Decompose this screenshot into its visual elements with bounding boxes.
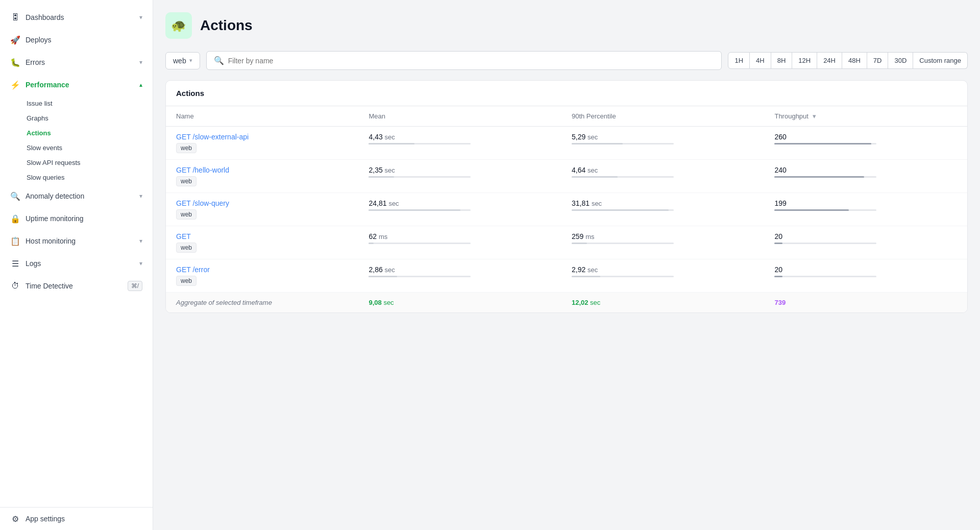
sidebar: 🎛 Dashboards ▾ 🚀 Deploys 🐛 Errors ▾ ⚡ Pe… (0, 0, 153, 530)
chevron-down-icon: ▾ (189, 57, 192, 64)
badge: web (176, 143, 197, 153)
dashboards-icon: 🎛 (10, 12, 20, 22)
table-row: GET /error web 2,86 sec 2,92 sec 20 (166, 259, 967, 293)
time-btn-7d[interactable]: 7D (867, 52, 889, 69)
uptime-icon: 🔒 (10, 213, 20, 224)
p90-value: 259 ms (572, 232, 754, 240)
action-link[interactable]: GET /error (176, 266, 210, 274)
cell-name: GET web (166, 226, 358, 259)
mean-value: 2,86 sec (369, 266, 551, 274)
sidebar-item-label: Errors (26, 58, 45, 66)
cell-mean: 2,35 sec (358, 160, 561, 193)
time-btn-4h[interactable]: 4H (750, 52, 771, 69)
main-content: 🐢 Actions web ▾ 🔍 1H 4H 8H 12H 24H 48H 7… (153, 0, 980, 530)
sidebar-item-anomaly-detection[interactable]: 🔍 Anomaly detection ▾ (0, 185, 153, 207)
sidebar-sub-slow-events[interactable]: Slow events (27, 140, 153, 155)
p90-value: 4,64 sec (572, 166, 754, 174)
mean-value: 2,35 sec (369, 166, 551, 174)
p90-metric: 5,29 sec (572, 133, 754, 144)
col-p90: 90th Percentile (561, 106, 765, 127)
throughput-value: 20 (774, 266, 957, 274)
cell-p90: 2,92 sec (561, 259, 765, 293)
sidebar-item-host-monitoring[interactable]: 📋 Host monitoring ▾ (0, 230, 153, 252)
table-row: GET /slow-query web 24,81 sec 31,81 sec … (166, 193, 967, 226)
throughput-value: 260 (774, 133, 957, 141)
sidebar-sub-issue-list[interactable]: Issue list (27, 96, 153, 111)
page-header: 🐢 Actions (165, 12, 968, 39)
action-link[interactable]: GET /slow-query (176, 199, 229, 207)
aggregate-label: Aggregate of selected timeframe (176, 299, 272, 306)
action-link[interactable]: GET (176, 232, 191, 240)
chevron-icon: ▾ (139, 237, 142, 245)
cell-throughput: 20 (764, 226, 967, 259)
chevron-icon: ▾ (139, 260, 142, 267)
chevron-icon: ▾ (139, 192, 142, 200)
time-detective-icon: ⏱ (10, 281, 20, 291)
p90-bar (572, 243, 674, 244)
actions-card: Actions Name Mean 90th Percentile Throug… (165, 80, 968, 313)
sidebar-item-label: Host monitoring (26, 237, 76, 245)
aggregate-throughput: 739 (774, 299, 786, 306)
time-btn-custom[interactable]: Custom range (913, 52, 968, 69)
sort-icon: ▾ (813, 112, 816, 120)
chevron-icon: ▴ (139, 81, 142, 88)
sidebar-item-uptime-monitoring[interactable]: 🔒 Uptime monitoring (0, 207, 153, 230)
page-icon: 🐢 (165, 12, 192, 39)
p90-bar (572, 209, 674, 211)
sidebar-item-performance[interactable]: ⚡ Performance ▴ (0, 74, 153, 96)
throughput-metric: 260 (774, 133, 957, 144)
mean-metric: 24,81 sec (369, 199, 551, 211)
action-link[interactable]: GET /slow-external-api (176, 133, 249, 141)
sidebar-item-errors[interactable]: 🐛 Errors ▾ (0, 51, 153, 74)
time-btn-12h[interactable]: 12H (792, 52, 817, 69)
sidebar-item-deploys[interactable]: 🚀 Deploys (0, 29, 153, 51)
cell-p90: 259 ms (561, 226, 765, 259)
mean-value: 62 ms (369, 232, 551, 240)
search-icon: 🔍 (214, 56, 224, 65)
cell-name: GET /slow-query web (166, 193, 358, 226)
mean-bar (369, 243, 471, 244)
sidebar-item-app-settings[interactable]: ⚙ App settings (0, 508, 153, 530)
p90-value: 5,29 sec (572, 133, 754, 141)
p90-value: 2,92 sec (572, 266, 754, 274)
col-mean: Mean (358, 106, 561, 127)
search-input[interactable] (228, 57, 715, 65)
cell-throughput: 240 (764, 160, 967, 193)
throughput-value: 240 (774, 166, 957, 174)
p90-bar (572, 143, 674, 144)
mean-bar (369, 276, 471, 277)
sidebar-item-logs[interactable]: ☰ Logs ▾ (0, 252, 153, 275)
cell-throughput: 260 (764, 127, 967, 160)
mean-bar (369, 176, 471, 178)
aggregate-mean-cell: 9,08 sec (358, 293, 561, 313)
chevron-icon: ▾ (139, 14, 142, 21)
p90-metric: 2,92 sec (572, 266, 754, 277)
sidebar-item-time-detective[interactable]: ⏱ Time Detective ⌘/ (0, 275, 153, 297)
sidebar-sub-slow-api-requests[interactable]: Slow API requests (27, 155, 153, 170)
time-btn-24h[interactable]: 24H (817, 52, 842, 69)
action-link[interactable]: GET /hello-world (176, 166, 229, 174)
sidebar-item-label: Time Detective (26, 282, 73, 290)
throughput-bar (774, 209, 876, 211)
filter-dropdown[interactable]: web ▾ (165, 52, 200, 69)
search-box: 🔍 (206, 51, 722, 70)
sidebar-item-dashboards[interactable]: 🎛 Dashboards ▾ (0, 6, 153, 29)
sidebar-item-label: Performance (26, 81, 69, 89)
table-row: GET web 62 ms 259 ms 20 (166, 226, 967, 259)
sidebar-sub-actions[interactable]: Actions (27, 126, 153, 140)
chevron-icon: ▾ (139, 59, 142, 66)
throughput-metric: 240 (774, 166, 957, 178)
throughput-bar (774, 143, 876, 144)
sidebar-bottom: ⚙ App settings (0, 507, 153, 530)
time-btn-30d[interactable]: 30D (888, 52, 913, 69)
performance-icon: ⚡ (10, 80, 20, 90)
sidebar-sub-graphs[interactable]: Graphs (27, 111, 153, 126)
throughput-value: 199 (774, 199, 957, 207)
time-btn-48h[interactable]: 48H (842, 52, 867, 69)
time-btn-8h[interactable]: 8H (771, 52, 793, 69)
aggregate-throughput-cell: 739 (764, 293, 967, 313)
time-btn-1h[interactable]: 1H (728, 52, 750, 69)
cell-mean: 2,86 sec (358, 259, 561, 293)
p90-bar (572, 176, 674, 178)
sidebar-sub-slow-queries[interactable]: Slow queries (27, 170, 153, 185)
